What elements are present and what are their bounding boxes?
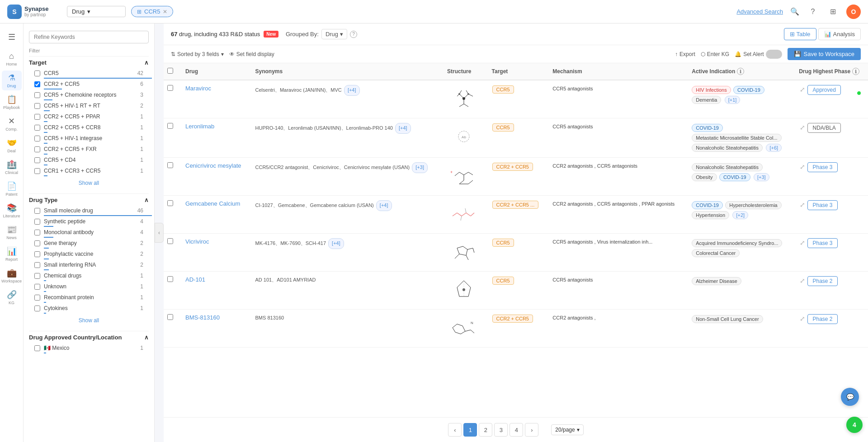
drug-name-link[interactable]: Vicriviroc	[185, 238, 209, 245]
expand-icon[interactable]: ⤢	[799, 200, 806, 209]
close-tab-icon[interactable]: ✕	[163, 9, 167, 15]
page-3-btn[interactable]: 3	[494, 423, 508, 437]
page-size-select[interactable]: 20/page ▾	[551, 424, 583, 435]
dt-monoclonal-checkbox[interactable]	[34, 230, 40, 235]
indication-tag[interactable]: COVID-19	[733, 86, 764, 94]
tab-table[interactable]: ⊞ Table	[784, 28, 816, 40]
active-tab-ccr5[interactable]: ⊞ CCR5 ✕	[131, 6, 173, 17]
expand-icon[interactable]: ⤢	[799, 123, 806, 132]
drug-type-gene-therapy[interactable]: Gene therapy 2	[29, 239, 149, 248]
set-alert-button[interactable]: 🔔 Set Alert	[735, 50, 782, 59]
save-workspace-button[interactable]: 💾 Save to Workspace	[788, 48, 861, 60]
target-ccr2ppar-checkbox[interactable]	[34, 114, 40, 120]
sidebar-item-report[interactable]: 📊 Report	[2, 244, 22, 264]
expand-icon[interactable]: ⤢	[799, 162, 806, 171]
target-tag[interactable]: CCR2 + CCR5 ...	[492, 201, 539, 209]
target-ccr5hiv-checkbox[interactable]	[34, 103, 40, 109]
indication-tag[interactable]: HIV Infections	[692, 86, 731, 94]
dt-gene-therapy-checkbox[interactable]	[34, 240, 40, 246]
indication-tag[interactable]: COVID-19	[692, 201, 723, 209]
target-ccr2ccr8-checkbox[interactable]	[34, 125, 40, 131]
row-checkbox[interactable]	[167, 123, 173, 129]
phase-badge[interactable]: Phase 2	[807, 314, 837, 324]
drug-name-link[interactable]: BMS-813160	[185, 314, 220, 321]
indication-plus-tag[interactable]: [+3]	[754, 173, 769, 181]
target-filter-item-ccr5-chemokine[interactable]: CCR5 + Chemokine receptors 3	[29, 90, 149, 99]
synonyms-plus-tag[interactable]: [+4]	[328, 238, 344, 249]
indication-tag[interactable]: Non-Small Cell Lung Cancer	[692, 315, 763, 323]
target-ccr5chemokine-checkbox[interactable]	[34, 92, 40, 98]
target-filter-item-ccr2-ccr5[interactable]: CCR2 + CCR5 6	[29, 80, 149, 89]
indication-plus-tag[interactable]: [+6]	[766, 144, 782, 152]
country-mexico-checkbox[interactable]	[34, 345, 40, 351]
target-tag[interactable]: CCR5	[492, 239, 514, 247]
sidebar-item-kg[interactable]: 🔗 KG	[2, 287, 22, 307]
indication-tag[interactable]: Hypercholesterolemia	[725, 201, 781, 209]
next-page-btn[interactable]: ›	[525, 423, 538, 437]
indication-plus-tag[interactable]: [+1]	[725, 96, 741, 104]
indication-tag[interactable]: Acquired Immunodeficiency Syndro...	[692, 239, 782, 247]
info-icon[interactable]: ?	[350, 31, 357, 38]
row-checkbox[interactable]	[167, 238, 173, 244]
target-filter-item-ccr2-ccr8[interactable]: CCR2 + CCR5 + CCR8 1	[29, 123, 149, 132]
indication-tag[interactable]: Dementia	[692, 96, 721, 104]
drug-name-link[interactable]: AD-101	[185, 276, 205, 283]
target-filter-item-ccr5-hiv[interactable]: CCR5 + HIV-1 RT + RT 2	[29, 101, 149, 110]
drug-type-unknown[interactable]: Unknown 1	[29, 282, 149, 291]
notification-badge[interactable]: 4	[846, 417, 863, 433]
export-button[interactable]: ↑ Export	[675, 51, 695, 57]
dt-chemical-checkbox[interactable]	[34, 273, 40, 279]
target-filter-item-ccr1-ccr3[interactable]: CCR1 + CCR3 + CCR5 1	[29, 166, 149, 175]
drug-type-prophylactic-vaccine[interactable]: Prophylactic vaccine 2	[29, 249, 149, 259]
target-tag[interactable]: CCR2 + CCR5	[492, 163, 533, 171]
tab-analysis[interactable]: 📊 Analysis	[818, 28, 861, 40]
synonyms-plus-tag[interactable]: [+4]	[376, 200, 392, 211]
drug-type-synthetic-peptide[interactable]: Synthetic peptide 4	[29, 217, 149, 226]
dt-small-molecule-checkbox[interactable]	[34, 208, 40, 214]
phase-badge[interactable]: Phase 2	[807, 276, 837, 286]
expand-icon[interactable]: ⤢	[799, 276, 806, 285]
sidebar-item-workspace[interactable]: 💼 Workspace	[2, 266, 22, 286]
phase-info-icon[interactable]: ℹ	[852, 68, 859, 75]
target-filter-item-ccr2-ppar[interactable]: CCR2 + CCR5 + PPAR 1	[29, 112, 149, 121]
expand-icon[interactable]: ⤢	[799, 314, 806, 323]
sidebar-item-playbook[interactable]: 📋 Playbook	[2, 92, 22, 112]
row-checkbox[interactable]	[167, 200, 173, 206]
alert-toggle[interactable]	[766, 50, 782, 59]
sidebar-item-menu[interactable]: ☰	[2, 27, 22, 47]
search-icon[interactable]: 🔍	[790, 7, 799, 16]
page-4-btn[interactable]: 4	[509, 423, 523, 437]
row-checkbox[interactable]	[167, 85, 173, 91]
row-checkbox[interactable]	[167, 162, 173, 168]
target-tag[interactable]: CCR5	[492, 85, 514, 94]
indication-tag[interactable]: Obesity	[692, 173, 717, 181]
indication-tag[interactable]: Nonalcoholic Steatohepatitis	[692, 163, 763, 171]
drug-name-link[interactable]: Cenicriviroc mesylate	[185, 162, 241, 169]
rd-status-link[interactable]: including 433 R&D status	[194, 31, 260, 38]
drug-type-section-header[interactable]: Drug Type ∧	[29, 193, 149, 206]
enter-kg-button[interactable]: ⬡ Enter KG	[701, 51, 729, 57]
show-all-drugtype-btn[interactable]: Show all	[77, 315, 101, 325]
dt-sirna-checkbox[interactable]	[34, 262, 40, 268]
phase-badge[interactable]: Phase 3	[807, 162, 837, 172]
target-filter-item-cd4[interactable]: CCR5 + CD4 1	[29, 155, 149, 165]
user-avatar[interactable]: O	[846, 5, 861, 19]
sidebar-item-drug[interactable]: ⚗ Drug	[2, 71, 22, 90]
target-fxr-checkbox[interactable]	[34, 146, 40, 152]
collapse-filter-btn[interactable]: ‹	[155, 223, 164, 243]
drug-name-link[interactable]: Maraviroc	[185, 85, 211, 92]
country-section-header[interactable]: Drug Approved Country/Location ∧	[29, 331, 149, 343]
target-filter-item-fxr[interactable]: CCR2 + CCR5 + FXR 1	[29, 145, 149, 154]
drug-name-link[interactable]: Leronlimab	[185, 123, 214, 130]
chat-button[interactable]: 💬	[841, 388, 859, 406]
target-ccr1ccr3-checkbox[interactable]	[34, 168, 40, 174]
indication-plus-tag[interactable]: [+2]	[732, 211, 748, 219]
indication-tag[interactable]: Metastatic Microsatellite Stable Col...	[692, 134, 781, 142]
synonyms-plus-tag[interactable]: [+4]	[344, 85, 360, 96]
sidebar-item-clinical[interactable]: 🏥 Clinical	[2, 157, 22, 177]
show-all-target-btn[interactable]: Show all	[77, 178, 101, 188]
dt-recombinant-checkbox[interactable]	[34, 295, 40, 301]
drug-type-small-molecule[interactable]: Small molecule drug 46	[29, 206, 149, 215]
expand-icon[interactable]: ⤢	[799, 238, 806, 247]
target-tag[interactable]: CCR2 + CCR5	[492, 315, 533, 323]
